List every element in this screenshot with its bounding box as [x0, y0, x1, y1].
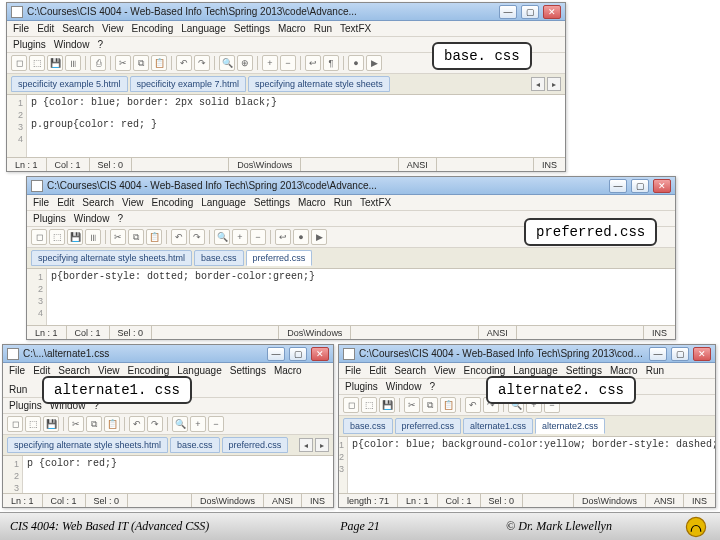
menu-macro[interactable]: Macro [610, 365, 638, 376]
menu-run[interactable]: Run [646, 365, 664, 376]
close-button[interactable]: ✕ [311, 347, 329, 361]
redo-icon[interactable]: ↷ [189, 229, 205, 245]
close-button[interactable]: ✕ [653, 179, 671, 193]
tab[interactable]: specificity example 7.html [130, 76, 247, 92]
menu-language[interactable]: Language [201, 197, 246, 208]
code-text[interactable]: p{color: blue; background-color:yellow; … [348, 437, 715, 493]
tab-scroll-right-icon[interactable]: ▸ [547, 77, 561, 91]
undo-icon[interactable]: ↶ [176, 55, 192, 71]
menu-plugins[interactable]: Plugins [33, 213, 66, 224]
menu-language[interactable]: Language [177, 365, 222, 376]
menu-file[interactable]: File [345, 365, 361, 376]
minimize-button[interactable]: — [609, 179, 627, 193]
maximize-button[interactable]: ▢ [521, 5, 539, 19]
menu-search[interactable]: Search [62, 23, 94, 34]
tab-active[interactable]: preferred.css [246, 250, 313, 266]
wrap-icon[interactable]: ↩ [275, 229, 291, 245]
tab-scroll-right-icon[interactable]: ▸ [315, 438, 329, 452]
open-icon[interactable]: ⬚ [25, 416, 41, 432]
tab[interactable]: specifying alternate style sheets.html [31, 250, 192, 266]
new-icon[interactable]: ◻ [11, 55, 27, 71]
tab[interactable]: preferred.css [395, 418, 462, 434]
menu-macro[interactable]: Macro [298, 197, 326, 208]
menu-settings[interactable]: Settings [234, 23, 270, 34]
tab[interactable]: base.css [170, 437, 220, 453]
saveall-icon[interactable]: ⫼ [65, 55, 81, 71]
menu-help[interactable]: ? [117, 213, 123, 224]
record-icon[interactable]: ● [348, 55, 364, 71]
undo-icon[interactable]: ↶ [171, 229, 187, 245]
maximize-button[interactable]: ▢ [671, 347, 689, 361]
menu-help[interactable]: ? [97, 39, 103, 50]
menu-settings[interactable]: Settings [254, 197, 290, 208]
menu-run[interactable]: Run [9, 384, 27, 395]
code-area[interactable]: 1 2 3 p {color: red;} [3, 456, 333, 493]
code-text[interactable]: p {color: red;} [23, 456, 333, 493]
save-icon[interactable]: 💾 [67, 229, 83, 245]
tab[interactable]: base.css [194, 250, 244, 266]
menu-plugins[interactable]: Plugins [345, 381, 378, 392]
print-icon[interactable]: ⎙ [90, 55, 106, 71]
undo-icon[interactable]: ↶ [129, 416, 145, 432]
redo-icon[interactable]: ↷ [194, 55, 210, 71]
menu-window[interactable]: Window [386, 381, 422, 392]
open-icon[interactable]: ⬚ [49, 229, 65, 245]
menu-window[interactable]: Window [74, 213, 110, 224]
menu-textfx[interactable]: TextFX [360, 197, 391, 208]
minimize-button[interactable]: — [499, 5, 517, 19]
maximize-button[interactable]: ▢ [631, 179, 649, 193]
tab[interactable]: alternate1.css [463, 418, 533, 434]
menu-run[interactable]: Run [334, 197, 352, 208]
menu-language[interactable]: Language [181, 23, 226, 34]
menu-edit[interactable]: Edit [37, 23, 54, 34]
menu-encoding[interactable]: Encoding [132, 23, 174, 34]
menu-edit[interactable]: Edit [57, 197, 74, 208]
tab-active[interactable]: alternate2.css [535, 418, 605, 434]
menu-edit[interactable]: Edit [369, 365, 386, 376]
menu-view[interactable]: View [98, 365, 120, 376]
menu-settings[interactable]: Settings [230, 365, 266, 376]
menu-file[interactable]: File [13, 23, 29, 34]
menu-search[interactable]: Search [58, 365, 90, 376]
menu-file[interactable]: File [9, 365, 25, 376]
new-icon[interactable]: ◻ [343, 397, 359, 413]
tab[interactable]: specifying alternate style sheets.html [7, 437, 168, 453]
copy-icon[interactable]: ⧉ [133, 55, 149, 71]
play-icon[interactable]: ▶ [311, 229, 327, 245]
menu-view[interactable]: View [102, 23, 124, 34]
find-icon[interactable]: 🔍 [172, 416, 188, 432]
new-icon[interactable]: ◻ [31, 229, 47, 245]
menu-search[interactable]: Search [82, 197, 114, 208]
menu-encoding[interactable]: Encoding [152, 197, 194, 208]
close-button[interactable]: ✕ [693, 347, 711, 361]
find-icon[interactable]: 🔍 [219, 55, 235, 71]
menu-view[interactable]: View [434, 365, 456, 376]
find-icon[interactable]: 🔍 [214, 229, 230, 245]
zoom-in-icon[interactable]: + [232, 229, 248, 245]
copy-icon[interactable]: ⧉ [128, 229, 144, 245]
zoom-out-icon[interactable]: − [208, 416, 224, 432]
menu-search[interactable]: Search [394, 365, 426, 376]
undo-icon[interactable]: ↶ [465, 397, 481, 413]
menu-plugins[interactable]: Plugins [9, 400, 42, 411]
menu-edit[interactable]: Edit [33, 365, 50, 376]
save-icon[interactable]: 💾 [43, 416, 59, 432]
cut-icon[interactable]: ✂ [68, 416, 84, 432]
zoom-out-icon[interactable]: − [280, 55, 296, 71]
zoom-in-icon[interactable]: + [262, 55, 278, 71]
zoom-in-icon[interactable]: + [190, 416, 206, 432]
menu-encoding[interactable]: Encoding [464, 365, 506, 376]
wrap-icon[interactable]: ↩ [305, 55, 321, 71]
replace-icon[interactable]: ⊕ [237, 55, 253, 71]
tab[interactable]: preferred.css [222, 437, 289, 453]
cut-icon[interactable]: ✂ [115, 55, 131, 71]
tab[interactable]: base.css [343, 418, 393, 434]
code-area[interactable]: 1 2 3 4 p{border-style: dotted; border-c… [27, 269, 675, 325]
maximize-button[interactable]: ▢ [289, 347, 307, 361]
copy-icon[interactable]: ⧉ [422, 397, 438, 413]
open-icon[interactable]: ⬚ [29, 55, 45, 71]
show-chars-icon[interactable]: ¶ [323, 55, 339, 71]
minimize-button[interactable]: — [267, 347, 285, 361]
menu-encoding[interactable]: Encoding [128, 365, 170, 376]
code-area[interactable]: 1 2 3 p{color: blue; background-color:ye… [339, 437, 715, 493]
